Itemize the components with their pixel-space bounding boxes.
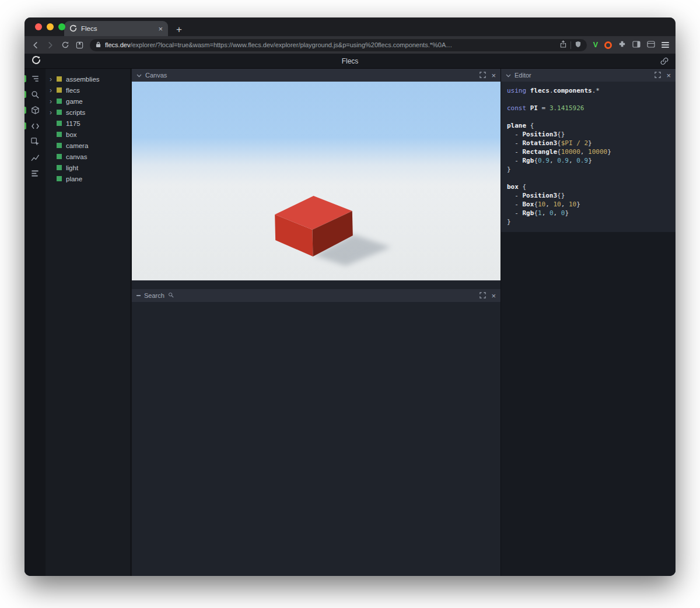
search-panel-title: Search (144, 292, 164, 299)
urlbar-divider (570, 41, 571, 49)
browser-tab[interactable]: Flecs × (64, 21, 168, 36)
lock-icon (96, 40, 101, 50)
tree-expand-arrow[interactable]: › (50, 87, 55, 94)
page-title: Flecs (24, 57, 676, 65)
entity-color-square (57, 99, 62, 104)
bookmark-panel-icon[interactable] (76, 41, 83, 49)
editor-code[interactable]: using flecs.components.* const PI = 3.14… (501, 82, 676, 232)
center-column: Canvas × (132, 69, 501, 576)
share-icon[interactable] (560, 40, 566, 50)
entity-color-square (57, 176, 62, 181)
entity-color-square (57, 121, 62, 126)
entity-tree-panel: › assemblies › flecs › game › scripts 11… (46, 69, 132, 576)
url-host: flecs.dev (105, 41, 130, 48)
canvas-3d-viewport[interactable] (132, 82, 501, 280)
editor-close-icon[interactable]: × (666, 72, 671, 79)
code-icon[interactable] (24, 121, 46, 131)
url-path: /explorer/?local=true&wasm=https://www.f… (130, 41, 452, 48)
entity-color-square (57, 154, 62, 159)
editor-expand-icon[interactable] (654, 72, 661, 79)
chart-icon[interactable] (24, 153, 46, 162)
entity-color-square (57, 87, 62, 93)
search-close-icon[interactable]: × (491, 292, 496, 300)
inspect-icon[interactable] (24, 137, 46, 146)
tab-strip: Flecs × + (24, 17, 676, 36)
share-link-icon[interactable] (660, 57, 668, 65)
forward-icon[interactable] (46, 41, 55, 50)
tree-item-label: 1175 (66, 120, 80, 127)
extension-v-icon[interactable]: V (593, 41, 598, 49)
entity-color-square (57, 143, 62, 148)
tree-row[interactable]: plane (46, 173, 130, 184)
canvas-panel-header: Canvas × (132, 69, 501, 82)
tree-item-label: box (66, 131, 77, 138)
entity-tree-list: › assemblies › flecs › game › scripts 11… (46, 73, 130, 184)
tree-row[interactable]: box (46, 129, 130, 140)
tree-item-label: scripts (66, 109, 85, 116)
editor-panel-title: Editor (514, 72, 531, 79)
tab-close-icon[interactable]: × (158, 25, 163, 33)
tree-row[interactable]: › assemblies (46, 73, 130, 85)
side-panel-icon[interactable] (632, 40, 640, 50)
tree-item-label: canvas (66, 153, 87, 160)
flecs-logo-icon (32, 55, 41, 67)
editor-panel-header: Editor × (501, 69, 676, 82)
url-text: flecs.dev/explorer/?local=true&wasm=http… (105, 41, 556, 48)
tree-row[interactable]: light (46, 162, 130, 173)
browser-window: Flecs × + flecs.dev/explorer/?local=true… (24, 17, 676, 576)
tree-row[interactable]: › game (46, 96, 130, 107)
entity-color-square (57, 110, 62, 115)
reload-icon[interactable] (61, 41, 69, 49)
app-body: › assemblies › flecs › game › scripts 11… (24, 69, 676, 576)
entity-color-square (57, 165, 62, 170)
url-bar[interactable]: flecs.dev/explorer/?local=true&wasm=http… (90, 39, 587, 51)
extension-orange-ring-icon[interactable] (604, 41, 612, 49)
search-expand-icon[interactable] (480, 292, 486, 300)
chevron-down-icon[interactable] (506, 72, 511, 79)
minimize-window-button[interactable] (47, 23, 54, 30)
entity-color-square (57, 76, 62, 82)
stats-icon[interactable] (24, 168, 46, 178)
chevron-down-icon[interactable] (136, 72, 142, 79)
tree-row[interactable]: camera (46, 140, 130, 151)
tree-row[interactable]: canvas (46, 151, 130, 162)
tree-row[interactable]: › scripts (46, 107, 130, 118)
tab-title: Flecs (81, 25, 97, 32)
search-panel-header: Search × (132, 289, 501, 302)
close-window-button[interactable] (35, 23, 42, 30)
panel-collapse-icon[interactable] (136, 295, 141, 296)
tree-item-label: flecs (66, 87, 80, 94)
cube-icon[interactable] (24, 106, 46, 115)
tab-favicon-flecs-logo-icon (69, 24, 77, 33)
browser-menu-icon[interactable] (662, 42, 669, 48)
toolbar-extensions: V (593, 40, 669, 50)
zoom-window-button[interactable] (58, 23, 65, 30)
app-header: Flecs (24, 54, 676, 69)
new-tab-button[interactable]: + (176, 24, 182, 34)
canvas-close-icon[interactable]: × (491, 72, 496, 79)
tree-expand-arrow[interactable]: › (50, 76, 55, 83)
search-panel-content (132, 302, 501, 576)
icon-rail (24, 69, 46, 576)
window-controls (35, 23, 65, 30)
extensions-puzzle-icon[interactable] (618, 40, 626, 50)
entity-color-square (57, 132, 62, 137)
panel-gap (132, 280, 501, 289)
tree-row[interactable]: 1175 (46, 118, 130, 129)
wallet-card-icon[interactable] (647, 40, 655, 50)
tree-expand-arrow[interactable]: › (50, 98, 55, 105)
back-icon[interactable] (31, 41, 40, 50)
tree-item-label: assemblies (66, 76, 100, 83)
browser-toolbar: flecs.dev/explorer/?local=true&wasm=http… (24, 36, 676, 54)
canvas-expand-icon[interactable] (480, 72, 486, 79)
tree-item-label: plane (66, 175, 82, 182)
entity-tree-icon[interactable] (24, 74, 46, 83)
tree-expand-arrow[interactable]: › (50, 109, 55, 116)
tree-item-label: game (66, 98, 83, 105)
tree-row[interactable]: › flecs (46, 85, 130, 96)
editor-empty-area (501, 232, 676, 576)
search-magnifier-icon (168, 292, 174, 299)
search-icon[interactable] (24, 90, 46, 99)
canvas-panel-title: Canvas (145, 72, 167, 79)
shield-icon[interactable] (575, 40, 581, 50)
